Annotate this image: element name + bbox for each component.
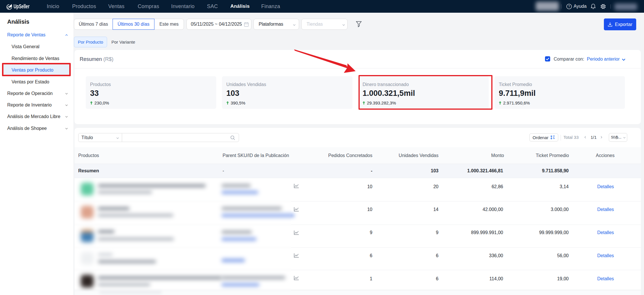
svg-text:?: ? <box>568 5 570 8</box>
